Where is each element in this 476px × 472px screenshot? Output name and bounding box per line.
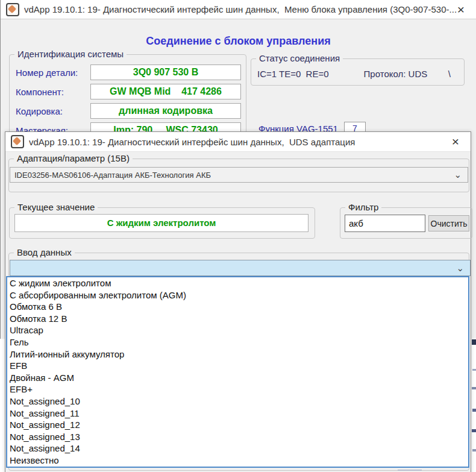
dropdown-option[interactable]: Литий-ионный аккумулятор <box>7 348 468 360</box>
chevron-down-icon[interactable]: ⌄ <box>456 265 464 271</box>
window-edge-artifact <box>398 470 422 471</box>
connection-heading: Соединение с блоком управления <box>1 35 476 48</box>
filter-group-label: Фильтр <box>345 202 381 212</box>
adaptation-selected-value: IDE03256-MAS06106-Адаптация АКБ-Технолог… <box>14 171 211 180</box>
dropdown-option[interactable]: Неизвестно <box>7 455 468 467</box>
filter-input[interactable] <box>345 215 425 232</box>
dropdown-option[interactable]: Обмотка 6 В <box>7 301 468 313</box>
ident-row: Компонент: GW MQB Mid 417 4286 <box>16 84 241 99</box>
window-edge-artifact <box>472 387 476 389</box>
status-flags: IC=1 TE=0 RE=0 <box>257 69 329 79</box>
battery-technology-dropdown-list: С жидким электролитом С абсорбированным … <box>6 276 469 468</box>
window-edge-artifact <box>472 369 476 371</box>
data-entry-combobox[interactable]: ⌄ <box>10 260 471 276</box>
ident-row-value: GW MQB Mid 417 4286 <box>90 84 241 99</box>
connection-status-group: Статус соединения IC=1 TE=0 RE=0 Протоко… <box>251 58 465 86</box>
status-row: IC=1 TE=0 RE=0 Протокол: UDS \ <box>257 69 459 79</box>
ident-row-value: длинная кодировка <box>90 103 241 119</box>
bg-titlebar[interactable]: vdApp 19.10.1: 19- Диагностический интер… <box>1 0 476 19</box>
ident-row: Номер детали: 3Q0 907 530 B <box>16 65 241 80</box>
current-value-field: С жидким электролитом <box>14 214 308 232</box>
current-value-group-label: Текущее значение <box>14 202 98 212</box>
ident-row-value: 3Q0 907 530 B <box>90 65 241 80</box>
window-edge-artifact <box>472 409 476 412</box>
window-edge-artifact <box>472 339 476 345</box>
bg-window-title: vdApp 19.10.1: 19- Диагностический интер… <box>24 4 457 14</box>
dropdown-option[interactable]: Not_assigned_10 <box>7 395 468 407</box>
window-edge-artifact <box>472 449 476 452</box>
status-protocol: Протокол: UDS <box>364 69 428 79</box>
dropdown-option[interactable]: Двойная - AGM <box>7 372 468 384</box>
fg-window-title: vdApp 19.10.1: 19- Диагностический интер… <box>29 137 355 147</box>
dropdown-option[interactable]: EFB+ <box>7 383 468 395</box>
bg-close-icon[interactable]: × <box>453 2 469 17</box>
spinner-indicator: \ <box>448 69 451 79</box>
adaptation-parameter-combobox[interactable]: IDE03256-MAS06106-Адаптация АКБ-Технолог… <box>10 167 468 183</box>
fg-close-icon[interactable]: × <box>448 134 463 149</box>
dropdown-option[interactable]: Not_assigned_12 <box>7 419 468 431</box>
dropdown-option[interactable]: Гель <box>7 336 468 348</box>
ident-group-label: Идентификация системы <box>14 49 127 59</box>
vdapp-logo-icon <box>6 3 19 16</box>
dropdown-option[interactable]: Ultracap <box>7 324 468 336</box>
ident-row-label: Компонент: <box>16 87 90 97</box>
dropdown-option[interactable]: Not_assigned_13 <box>7 431 468 443</box>
status-group-label: Статус соединения <box>256 53 343 63</box>
dropdown-option[interactable]: Not_assigned_14 <box>7 442 468 455</box>
chevron-down-icon[interactable]: ⌄ <box>454 172 462 178</box>
dropdown-option[interactable]: С жидким электролитом <box>7 277 468 289</box>
ident-row-label: Кодировка: <box>16 106 90 116</box>
adaptation-parameter-group: Адаптация/параметр (15В) IDE03256-MAS061… <box>8 159 469 192</box>
ident-rows: Номер детали: 3Q0 907 530 B Компонент: G… <box>16 65 241 142</box>
adaptation-group-label: Адаптация/параметр (15В) <box>14 153 133 163</box>
filter-group: Фильтр Очистить <box>340 207 472 239</box>
window-edge-artifact <box>472 429 476 432</box>
clear-filter-button[interactable]: Очистить <box>428 215 469 231</box>
fg-titlebar[interactable]: vdApp 19.10.1: 19- Диагностический интер… <box>5 132 471 152</box>
ident-row-label: Номер детали: <box>16 68 90 78</box>
dropdown-option[interactable]: С абсорбированным электролитом (AGM) <box>7 289 468 301</box>
data-entry-group-label: Ввод данных <box>14 247 75 257</box>
dropdown-option[interactable]: Обмотка 12 В <box>7 313 468 325</box>
vdapp-logo-icon <box>11 135 24 148</box>
ident-row: Кодировка: длинная кодировка <box>16 103 241 119</box>
dropdown-option[interactable]: Not_assigned_11 <box>7 407 468 420</box>
current-value-group: Текущее значение С жидким электролитом <box>9 207 315 239</box>
dropdown-option[interactable]: EFB <box>7 360 468 372</box>
